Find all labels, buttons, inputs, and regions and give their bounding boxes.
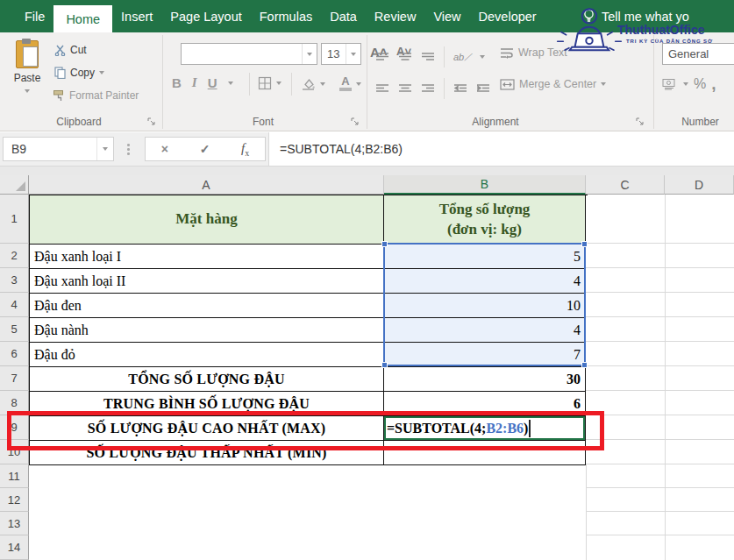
- cell-a6[interactable]: Đậu đỏ: [30, 343, 384, 367]
- row-header-9[interactable]: 9: [0, 415, 29, 440]
- format-painter-button[interactable]: Format Painter: [53, 89, 139, 102]
- cell-a3[interactable]: Đậu xanh loại II: [30, 269, 384, 294]
- cut-button[interactable]: Cut: [54, 44, 87, 56]
- font-size-value: 13: [327, 47, 339, 60]
- cell-a8[interactable]: TRUNG BÌNH SỐ LƯỢNG ĐẬU: [30, 392, 384, 416]
- tab-home[interactable]: Home: [53, 5, 112, 32]
- paste-icon: [16, 40, 39, 68]
- row-header-7[interactable]: 7: [0, 366, 29, 391]
- row-header-1[interactable]: 1: [0, 195, 29, 244]
- row-header-3[interactable]: 3: [0, 268, 29, 293]
- row-header-13[interactable]: 13: [0, 512, 29, 535]
- row-header-6[interactable]: 6: [0, 342, 29, 366]
- percent-icon[interactable]: %: [694, 76, 706, 92]
- align-left-icon[interactable]: [375, 83, 389, 94]
- column-header-c[interactable]: C: [586, 175, 665, 195]
- row-header-10[interactable]: 10: [0, 440, 29, 464]
- bold-button[interactable]: B: [172, 75, 182, 90]
- font-color-dropdown-icon[interactable]: [356, 82, 361, 86]
- clipboard-dialog-launcher[interactable]: [147, 117, 155, 125]
- select-all-corner[interactable]: [0, 175, 29, 195]
- column-header-b[interactable]: B: [384, 175, 586, 195]
- merge-center-dropdown-icon[interactable]: [601, 82, 606, 86]
- orientation-dropdown-icon[interactable]: [480, 55, 485, 59]
- fill-color-icon[interactable]: [302, 77, 316, 90]
- number-format-combo[interactable]: General: [662, 43, 734, 65]
- cell-b1[interactable]: Tổng số lượng (đơn vị: kg): [384, 195, 586, 245]
- font-size-combo[interactable]: 13: [321, 43, 361, 65]
- fill-color-dropdown-icon[interactable]: [320, 82, 325, 86]
- align-right-icon[interactable]: [421, 83, 435, 94]
- cell-a7[interactable]: TỔNG SỐ LƯỢNG ĐẬU: [30, 367, 384, 392]
- comma-icon[interactable]: ,: [711, 80, 716, 89]
- align-top-icon[interactable]: [375, 52, 389, 62]
- row-header-12[interactable]: 12: [0, 488, 29, 512]
- alignment-group-label: Alignment: [443, 116, 548, 128]
- accounting-dropdown-icon[interactable]: [683, 82, 688, 86]
- row-header-11[interactable]: 11: [0, 464, 29, 488]
- row-header-2[interactable]: 2: [0, 244, 29, 268]
- font-dialog-launcher[interactable]: [351, 117, 359, 125]
- row-header-5[interactable]: 5: [0, 317, 29, 342]
- cell-a4[interactable]: Đậu đen: [30, 294, 384, 318]
- name-box[interactable]: B9: [3, 137, 114, 161]
- paste-button[interactable]: Paste: [7, 39, 47, 112]
- align-bottom-icon[interactable]: [421, 52, 435, 62]
- tab-file[interactable]: File: [16, 0, 53, 32]
- cell-a2[interactable]: Đậu xanh loại I: [30, 245, 384, 269]
- number-group-label: Number: [666, 116, 734, 128]
- cell-b8[interactable]: 6: [384, 392, 586, 416]
- cell-a9[interactable]: SỐ LƯỢNG ĐẬU CAO NHẤT (MAX): [30, 416, 384, 441]
- cell-b4[interactable]: 10: [384, 294, 586, 318]
- tab-insert[interactable]: Insert: [112, 0, 161, 32]
- cell-b7[interactable]: 30: [384, 367, 586, 392]
- font-color-icon[interactable]: A: [339, 76, 352, 91]
- underline-dropdown-icon[interactable]: [228, 82, 233, 85]
- paste-dropdown-icon[interactable]: [25, 89, 30, 93]
- row-header-14[interactable]: 14: [0, 535, 29, 560]
- tab-review[interactable]: Review: [366, 0, 425, 32]
- name-box-value: B9: [11, 142, 26, 156]
- merge-center-button[interactable]: Merge & Center: [500, 78, 606, 90]
- cell-b10[interactable]: [384, 441, 586, 465]
- cancel-icon[interactable]: ×: [161, 142, 168, 156]
- formula-bar-grip[interactable]: [127, 144, 130, 155]
- underline-button[interactable]: U: [208, 75, 217, 90]
- cell-a10[interactable]: SỐ LƯỢNG ĐẬU THẤP NHẤT (MIN): [30, 441, 384, 465]
- tab-formulas[interactable]: Formulas: [251, 0, 321, 32]
- font-name-combo[interactable]: [181, 43, 317, 65]
- decrease-indent-icon[interactable]: [453, 83, 467, 94]
- tab-page-layout[interactable]: Page Layout: [161, 0, 250, 32]
- wrap-text-button[interactable]: Wrap Text: [500, 46, 567, 59]
- increase-indent-icon[interactable]: [476, 83, 490, 94]
- row-header-4[interactable]: 4: [0, 293, 29, 317]
- cell-a5[interactable]: Đậu nành: [30, 318, 384, 343]
- copy-dropdown-icon[interactable]: [99, 71, 104, 74]
- cell-b9-editing[interactable]: =SUBTOTAL(4;B2:B6): [384, 416, 586, 441]
- accounting-icon[interactable]: [662, 78, 678, 90]
- copy-button[interactable]: Copy: [54, 67, 104, 79]
- column-header-d[interactable]: D: [665, 175, 734, 195]
- cell-b6[interactable]: 7: [384, 343, 586, 367]
- insert-function-icon[interactable]: fx: [241, 141, 249, 158]
- tell-me-box[interactable]: Tell me what yo: [582, 0, 734, 32]
- cell-b2[interactable]: 5: [384, 245, 586, 269]
- borders-dropdown-icon[interactable]: [276, 82, 281, 85]
- cell-b3[interactable]: 4: [384, 269, 586, 294]
- borders-icon[interactable]: [258, 76, 272, 90]
- tab-developer[interactable]: Developer: [470, 0, 545, 32]
- tab-data[interactable]: Data: [321, 0, 366, 32]
- orientation-icon[interactable]: ab⟋: [453, 52, 471, 63]
- italic-button[interactable]: I: [192, 75, 197, 90]
- tab-view[interactable]: View: [424, 0, 469, 32]
- row-header-8[interactable]: 8: [0, 391, 29, 415]
- enter-icon[interactable]: ✓: [200, 142, 210, 156]
- align-middle-icon[interactable]: [398, 52, 412, 62]
- cell-b5[interactable]: 4: [384, 318, 586, 343]
- name-box-dropdown-icon[interactable]: [96, 138, 113, 160]
- alignment-dialog-launcher[interactable]: [636, 117, 644, 125]
- cell-a1[interactable]: Mặt hàng: [30, 195, 384, 245]
- column-header-a[interactable]: A: [29, 175, 384, 195]
- align-center-icon[interactable]: [398, 83, 412, 94]
- formula-input[interactable]: =SUBTOTAL(4;B2:B6): [268, 132, 734, 166]
